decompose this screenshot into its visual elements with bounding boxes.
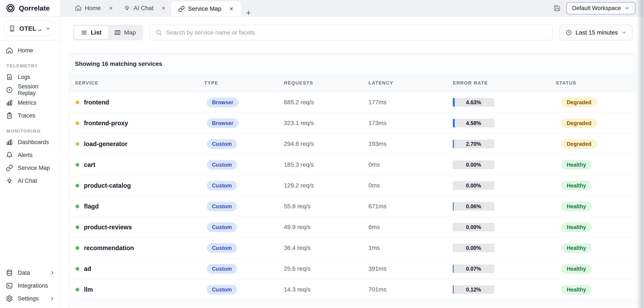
link-icon — [178, 6, 185, 12]
close-icon[interactable] — [108, 6, 114, 11]
close-icon[interactable] — [161, 6, 166, 11]
tab-service-map[interactable]: Service Map — [171, 1, 241, 16]
workspace-selector[interactable]: Default Workspace — [566, 2, 636, 14]
latency-value: 701ms — [368, 286, 453, 293]
status-badge: Healthy — [561, 264, 592, 274]
service-name: llm — [84, 286, 93, 293]
sidebar-item-metrics[interactable]: Metrics — [0, 96, 60, 109]
database-icon — [6, 269, 13, 276]
sidebar-item-traces[interactable]: Traces — [0, 109, 60, 122]
error-rate-fill — [453, 264, 454, 273]
health-dot — [76, 205, 79, 208]
sidebar-item-session-replay[interactable]: Session Replay — [0, 83, 60, 96]
column-header-type: TYPE — [204, 80, 284, 86]
column-header-service: SERVICE — [75, 80, 204, 86]
health-dot — [76, 163, 79, 167]
table-row[interactable]: flagdCustom55.8 req/s671ms0.06%Healthy — [69, 196, 637, 217]
table-row[interactable]: frontendBrowser685.2 req/s177ms4.63%Degr… — [69, 92, 637, 113]
requests-value: 55.8 req/s — [284, 203, 368, 210]
error-rate-value: 2.70% — [466, 141, 481, 147]
sidebar-item-ai-chat[interactable]: AI Chat — [0, 174, 60, 187]
sidebar-item-label: Service Map — [18, 165, 50, 171]
health-dot — [76, 184, 79, 188]
type-cell: Browser — [204, 118, 284, 128]
sidebar-item-settings[interactable]: Settings — [0, 292, 60, 305]
org-label: OTEL ... — [19, 25, 42, 32]
bar-chart-icon — [6, 138, 13, 146]
status-badge: Healthy — [561, 243, 592, 253]
table-row[interactable]: load-generatorCustom294.8 req/s193ms2.70… — [69, 134, 637, 155]
view-toggle-map[interactable]: Map — [108, 26, 142, 39]
service-cell: frontend — [75, 99, 204, 106]
save-icon[interactable] — [554, 5, 560, 12]
sidebar-item-label: Integrations — [18, 282, 48, 289]
app-name: Qorrelate — [19, 4, 50, 12]
table-row[interactable]: recommendationCustom36.4 req/s1ms0.00%He… — [69, 238, 637, 258]
gear-icon — [6, 295, 13, 302]
status-cell: Healthy — [556, 264, 637, 274]
org-selector[interactable]: OTEL ... — [4, 21, 56, 36]
close-icon[interactable] — [229, 6, 234, 11]
requests-value: 685.2 req/s — [284, 99, 368, 106]
column-header-requests: REQUESTS — [284, 80, 368, 86]
type-cell: Custom — [204, 202, 284, 211]
service-name: frontend-proxy — [84, 120, 128, 127]
sidebar-item-label: Home — [18, 47, 33, 54]
status-cell: Healthy — [556, 160, 637, 170]
sidebar-item-integrations[interactable]: Integrations — [0, 279, 60, 292]
latency-value: 391ms — [368, 265, 453, 272]
service-name: flagd — [84, 203, 99, 210]
new-tab-button[interactable] — [241, 10, 256, 16]
error-rate-cell: 0.07% — [453, 264, 556, 273]
time-range-selector[interactable]: Last 15 minutes — [560, 25, 632, 40]
chevron-right-icon — [50, 296, 55, 301]
latency-value: 0ms — [368, 182, 453, 189]
type-badge: Custom — [207, 264, 237, 274]
error-rate-value: 0.12% — [466, 286, 481, 293]
error-rate-bar: 0.06% — [453, 202, 494, 211]
error-rate-bar: 0.00% — [453, 244, 494, 252]
table-row[interactable]: cartCustom185.3 req/s0ms0.00%Healthy — [69, 155, 637, 175]
view-toggle-list[interactable]: List — [74, 26, 108, 39]
column-header-error-rate: ERROR RATE — [453, 80, 556, 86]
error-rate-value: 0.00% — [466, 162, 481, 168]
table-row[interactable]: product-reviewsCustom49.9 req/s6ms0.00%H… — [69, 217, 637, 238]
sidebar-item-alerts[interactable]: Alerts — [0, 149, 60, 162]
table-row[interactable]: product-catalogCustom129.2 req/s0ms0.00%… — [69, 175, 637, 196]
home-icon — [75, 5, 82, 11]
app-logo: Qorrelate — [0, 0, 60, 17]
content: List Map Last 15 minutes — [60, 17, 644, 308]
service-name: frontend — [84, 99, 109, 106]
search-bar — [150, 25, 553, 40]
service-cell: recommendation — [75, 244, 204, 252]
latency-value: 173ms — [368, 120, 453, 126]
table-row[interactable]: adCustom25.6 req/s391ms0.07%Healthy — [69, 258, 637, 279]
sidebar-item-logs[interactable]: Logs — [0, 71, 60, 83]
status-cell: Healthy — [556, 285, 637, 294]
health-dot — [76, 121, 79, 125]
latency-value: 0ms — [368, 161, 453, 168]
tab-ai-chat[interactable]: AI Chat — [118, 0, 171, 16]
search-input[interactable] — [166, 29, 547, 36]
table-row[interactable]: frontend-proxyBrowser323.1 req/s173ms4.5… — [69, 113, 637, 134]
sidebar-item-service-map[interactable]: Service Map — [0, 162, 60, 174]
table-row[interactable]: llmCustom14.3 req/s701ms0.12%Healthy — [69, 279, 637, 300]
type-badge: Custom — [207, 243, 237, 253]
bulb-spark-icon — [124, 5, 130, 11]
sidebar-item-data[interactable]: Data — [0, 266, 60, 279]
service-name: ad — [84, 265, 91, 272]
search-icon — [156, 29, 162, 36]
tab-home[interactable]: Home — [70, 0, 118, 16]
view-toggle-list-label: List — [91, 29, 102, 36]
terminal-icon — [6, 282, 13, 289]
qorrelate-logo-icon — [6, 4, 15, 13]
sidebar-item-dashboards[interactable]: Dashboards — [0, 136, 60, 149]
chevron-down-icon — [624, 5, 630, 11]
scrollbar[interactable] — [637, 0, 644, 308]
type-cell: Custom — [204, 264, 284, 274]
tab-strip: Home AI Chat Service Map — [60, 0, 644, 17]
latency-value: 177ms — [368, 99, 453, 106]
clock-icon — [566, 29, 572, 36]
error-rate-cell: 0.00% — [453, 181, 556, 190]
sidebar-item-home[interactable]: Home — [0, 44, 60, 57]
